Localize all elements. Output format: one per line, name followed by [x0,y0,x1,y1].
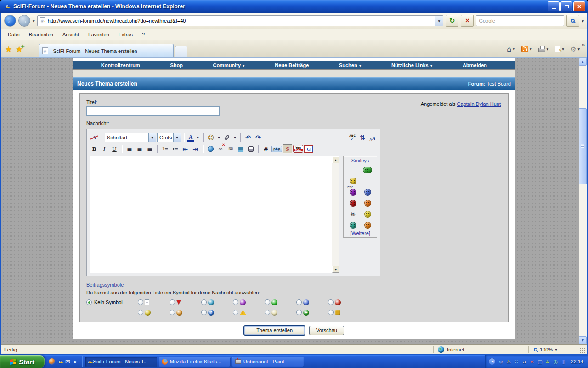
italic-icon[interactable]: I [100,144,109,154]
scrollbar-thumb[interactable] [579,108,587,184]
wysiwyg-toggle-icon[interactable]: A [90,133,99,142]
tray-wireless-icon[interactable]: ◎ [552,358,559,365]
resize-grip[interactable] [580,348,585,354]
zoom-control[interactable]: 100% ▼ [530,347,580,352]
posticon-cool-radio[interactable] [201,299,207,305]
posticon-thumbs-up-option[interactable] [328,310,360,315]
posticon-devil-option[interactable] [170,310,201,316]
scroll-down-icon[interactable]: ▼ [332,266,339,273]
posticon-question-option[interactable]: ? [201,310,233,316]
chevron-down-icon[interactable]: ▼ [216,133,221,142]
tools-menu-button[interactable]: ⚙▼ [568,46,582,53]
font-size-switch-icon[interactable]: AA [368,133,377,142]
stop-button[interactable]: × [461,15,474,27]
posticon-sad-radio[interactable] [296,299,302,305]
tray-updates-icon[interactable]: ≋ [544,358,551,365]
chevron-down-icon[interactable]: ▼ [195,133,200,142]
posticon-angry-radio[interactable] [328,299,334,305]
task-ie[interactable]: eSciFi-Forum - Neues T... [85,356,157,367]
textarea-scrollbar[interactable]: ▲ ▼ [332,156,339,273]
posticon-lightbulb-radio[interactable] [265,310,270,315]
code-icon[interactable]: # [261,144,271,154]
toolbar-overflow-icon[interactable]: » [582,42,585,47]
close-button[interactable]: × [573,1,585,12]
search-input[interactable] [476,18,564,23]
tab-active[interactable]: e SciFi-Forum - Neues Thema erstellen [39,44,174,58]
insert-link-icon[interactable] [206,144,215,154]
posticon-question-radio[interactable] [201,310,207,315]
message-textarea[interactable]: ▲ ▼ [90,156,339,273]
smiley-cool[interactable] [364,200,371,207]
menu-extras[interactable]: Extras [114,30,137,39]
posticon-document-radio[interactable] [138,299,143,305]
history-dropdown-icon[interactable]: ▼ [33,19,35,23]
posticon-smile-radio[interactable] [138,310,143,315]
preview-button[interactable]: Vorschau [309,326,344,335]
more-smileys-link[interactable]: [Weitere] [350,230,370,236]
outdent-icon[interactable]: ⇤ [181,144,190,154]
address-dropdown-button[interactable]: ▼ [435,16,443,26]
search-options-icon[interactable]: ▼ [582,19,584,23]
posticon-cool-option[interactable] [201,299,233,305]
menu-datei[interactable]: Datei [3,30,24,39]
posticon-green-grin-option[interactable] [265,299,296,305]
refresh-button[interactable]: ↻ [446,15,458,27]
thread-title-input[interactable] [86,106,220,116]
task-paint[interactable]: Unbenannt - Paint [232,356,304,367]
unordered-list-icon[interactable]: •≡ [170,144,180,154]
page-menu-button[interactable]: ▼ [553,46,566,52]
tray-battery-icon[interactable]: ▮ [560,358,566,365]
home-button[interactable]: ⌂▼ [504,45,517,53]
align-left-icon[interactable]: ≡ [125,144,134,154]
font-color-icon[interactable]: A [187,134,194,142]
posticon-purple-smile-option[interactable] [233,299,265,305]
googlevideo-icon[interactable]: G [304,145,313,153]
nav-abmelden[interactable]: Abmelden [463,63,487,68]
posticon-green-grin-radio[interactable] [265,299,270,305]
posticon-document-option[interactable] [138,299,170,305]
insert-email-icon[interactable]: ✉ [226,144,235,154]
insert-image-icon[interactable]: ▦ [236,144,245,154]
restore-button[interactable] [560,1,572,12]
youtube-icon[interactable]: YouTube [293,145,303,153]
align-center-icon[interactable]: ≡ [135,144,144,154]
posticon-sad-option[interactable] [296,299,328,305]
attachment-icon[interactable] [222,133,232,142]
feeds-button[interactable]: ▼ [519,46,534,52]
back-button[interactable]: ← [4,15,16,27]
posticon-thumbs-up-radio[interactable] [328,310,334,315]
forward-button[interactable]: → [18,15,30,27]
undo-icon[interactable]: ↶ [243,133,253,142]
strike-icon[interactable]: S [283,144,292,154]
nav-n-tzliche-links[interactable]: Nützliche Links▼ [391,63,432,68]
nav-community[interactable]: Community▼ [213,63,245,68]
scrollbar-down-icon[interactable]: ▼ [579,336,587,344]
tray-display-icon[interactable]: ▢ [537,358,543,365]
ordered-list-icon[interactable]: 1≡ [160,144,170,154]
logged-in-user-link[interactable]: Captain Dylan Hunt [457,101,501,107]
spellcheck-icon[interactable]: ABC✓ [348,133,357,142]
posticon-arrow-radio[interactable] [296,310,302,315]
menu-ansicht[interactable]: Ansicht [58,30,84,39]
vertical-scrollbar[interactable]: ▲ ▼ [579,58,587,344]
php-icon[interactable]: php [271,146,282,152]
no-icon-option[interactable]: Kein Symbol [86,299,138,305]
tray-warning-icon[interactable]: ⚠ [505,358,512,365]
nav-shop[interactable]: Shop [170,63,183,68]
unlink-icon[interactable]: ∞ [216,144,225,154]
font-family-select[interactable]: Schriftart▼ [105,133,156,142]
underline-icon[interactable]: U [110,144,119,154]
posticon-thumbs-down-radio[interactable] [170,299,175,305]
print-button[interactable]: ▼ [536,46,551,52]
no-icon-radio[interactable] [86,299,92,305]
smiley-dead[interactable]: ☠ [350,211,356,218]
bold-icon[interactable]: B [90,144,99,154]
quote-icon[interactable] [246,144,255,154]
tray-app-a-icon[interactable]: a [521,358,527,365]
editor-resize-icon[interactable]: ⇅ [358,133,367,142]
scroll-up-icon[interactable]: ▲ [332,156,339,163]
favorites-icon[interactable]: ★ [5,45,12,54]
smiley-mad[interactable] [350,200,356,207]
posticon-lightbulb-option[interactable] [265,310,296,316]
address-field[interactable]: e http://www.scifi-forum.de/newthread.ph… [37,15,444,26]
